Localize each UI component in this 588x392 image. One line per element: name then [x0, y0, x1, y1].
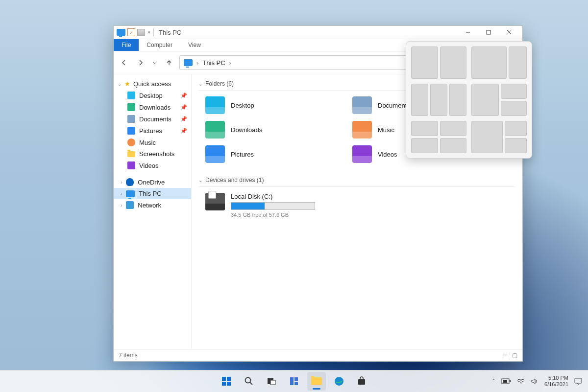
view-details-icon[interactable]: ≣ [502, 352, 507, 359]
folder-icon [352, 96, 372, 114]
sidebar-item-videos[interactable]: Videos [114, 160, 191, 171]
folder-icon [352, 145, 372, 163]
folder-item[interactable]: Pictures [203, 143, 331, 165]
pictures-icon [127, 127, 135, 135]
this-pc-icon [117, 29, 125, 36]
sidebar-item-music[interactable]: Music [114, 137, 191, 148]
sidebar-item-this-pc[interactable]: ›This PC [114, 188, 191, 199]
forward-button[interactable] [134, 56, 147, 69]
svg-rect-22 [575, 378, 582, 383]
svg-rect-6 [222, 377, 226, 381]
titlebar[interactable]: ✓ ▾ This PC [114, 26, 522, 39]
taskbar-center [217, 372, 371, 391]
snap-option-thirds[interactable] [411, 84, 466, 116]
search-button[interactable] [240, 372, 258, 391]
folder-label: Desktop [231, 102, 254, 109]
window-title: This PC [159, 29, 181, 36]
folder-label: Downloads [231, 126, 262, 134]
chevron-right-icon: › [121, 191, 122, 196]
star-icon: ★ [124, 80, 130, 88]
tab-file[interactable]: File [114, 39, 139, 51]
sidebar-item-downloads[interactable]: Downloads📌 [114, 101, 191, 113]
chevron-down-icon: ⌄ [198, 81, 202, 87]
taskbar-store[interactable] [352, 372, 371, 391]
tab-view[interactable]: View [180, 39, 209, 51]
close-button[interactable] [499, 26, 519, 39]
svg-rect-13 [270, 380, 275, 385]
sidebar-item-pictures[interactable]: Pictures📌 [114, 125, 191, 137]
recent-dropdown[interactable] [151, 56, 159, 69]
view-large-icon[interactable]: ▢ [512, 352, 517, 359]
chevron-right-icon[interactable]: › [229, 59, 231, 67]
status-item-count: 7 items [119, 352, 138, 359]
svg-rect-16 [294, 382, 298, 385]
sidebar-item-desktop[interactable]: Desktop📌 [114, 90, 191, 101]
folder-icon [311, 377, 322, 385]
chevron-right-icon: › [121, 203, 122, 208]
snap-option-quarter-right[interactable] [471, 84, 527, 116]
tab-computer[interactable]: Computer [139, 39, 180, 51]
svg-rect-18 [358, 379, 365, 385]
taskbar-clock[interactable]: 5:10 PM 6/16/2021 [544, 375, 568, 387]
this-pc-icon [126, 190, 135, 197]
drive-label: Local Disk (C:) [231, 193, 315, 200]
minimize-button[interactable] [458, 26, 478, 39]
svg-line-11 [250, 382, 252, 385]
folder-label: Music [378, 126, 394, 134]
sidebar-item-network[interactable]: ›Network [114, 199, 191, 211]
folder-icon [205, 121, 225, 138]
widgets-button[interactable] [285, 372, 303, 391]
maximize-button[interactable] [478, 26, 499, 39]
volume-icon[interactable] [531, 378, 539, 385]
notifications-icon[interactable] [574, 378, 582, 385]
folder-icon [205, 96, 225, 114]
drive-item[interactable]: Local Disk (C:) 34.5 GB free of 57.6 GB [203, 191, 515, 220]
svg-rect-14 [290, 377, 294, 385]
drive-free-text: 34.5 GB free of 57.6 GB [231, 212, 315, 218]
drive-usage-bar [231, 202, 315, 210]
qat-icon[interactable] [137, 29, 145, 36]
taskbar[interactable]: ˄ 5:10 PM 6/16/2021 [0, 370, 588, 392]
drive-icon [205, 193, 225, 210]
wifi-icon[interactable] [517, 378, 525, 385]
sidebar-item-documents[interactable]: Documents📌 [114, 113, 191, 125]
snap-option-left-big[interactable] [471, 121, 527, 153]
taskbar-file-explorer[interactable] [307, 372, 326, 391]
snap-layouts-flyout [406, 41, 532, 159]
drives-section-header[interactable]: ⌄ Devices and drives (1) [198, 174, 515, 187]
qat-dropdown-icon[interactable]: ▾ [148, 30, 150, 35]
chevron-right-icon: › [196, 59, 198, 67]
snap-option-two-thirds[interactable] [471, 46, 527, 79]
folder-icon [127, 151, 135, 157]
start-button[interactable] [217, 372, 236, 391]
chevron-down-icon: ⌄ [198, 178, 202, 183]
snap-option-quarters[interactable] [411, 121, 466, 153]
sidebar-item-screenshots[interactable]: Screenshots [114, 148, 191, 160]
pin-icon: 📌 [180, 116, 187, 122]
back-button[interactable] [118, 56, 130, 69]
folder-item[interactable]: Downloads [203, 119, 331, 140]
videos-icon [127, 161, 135, 169]
address-segment[interactable]: This PC [202, 59, 225, 67]
sidebar-quick-access[interactable]: ⌄ ★ Quick access [114, 78, 191, 90]
snap-option-half[interactable] [411, 46, 466, 79]
pin-icon: 📌 [180, 128, 187, 134]
sidebar-item-onedrive[interactable]: ›OneDrive [114, 176, 191, 188]
folder-icon [352, 121, 372, 138]
taskbar-edge[interactable] [330, 372, 348, 391]
folder-label: Videos [378, 151, 397, 158]
navigation-pane: ⌄ ★ Quick access Desktop📌 Downloads📌 Doc… [114, 74, 192, 349]
address-this-pc-icon [184, 59, 193, 66]
task-view-button[interactable] [262, 372, 281, 391]
battery-icon[interactable] [501, 378, 511, 384]
music-icon [127, 138, 135, 146]
folder-item[interactable]: Desktop [203, 94, 331, 116]
window-controls [458, 26, 519, 39]
cloud-icon [126, 178, 134, 186]
up-button[interactable] [163, 56, 175, 69]
pin-icon: 📌 [180, 104, 187, 111]
titlebar-quick-icons: ✓ ▾ [117, 28, 150, 36]
tray-overflow-icon[interactable]: ˄ [492, 378, 495, 385]
properties-icon[interactable]: ✓ [127, 28, 135, 36]
desktop-icon [127, 92, 135, 99]
